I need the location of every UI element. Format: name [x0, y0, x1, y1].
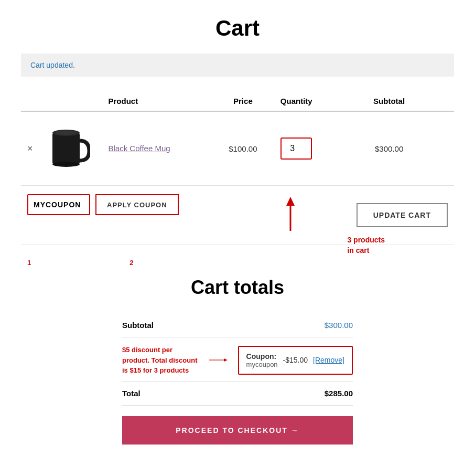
coupon-totals-label: Coupon: [246, 352, 278, 361]
qty-annotation-text: 3 products in cart [347, 235, 385, 256]
total-label: Total [122, 389, 325, 398]
annotation-labels-row: 1 2 [21, 256, 454, 267]
total-row: Total $285.00 [122, 382, 353, 406]
svg-point-3 [56, 131, 77, 135]
qty-annotation-cell [268, 186, 324, 245]
update-cart-button[interactable]: UPDATE CART [357, 203, 448, 227]
col-header-remove [21, 91, 39, 111]
discount-arrow-icon [209, 347, 228, 373]
col-header-product: Product [102, 91, 218, 111]
annotation-label-2: 2 [129, 259, 133, 267]
col-header-price: Price [218, 91, 269, 111]
product-image [46, 122, 93, 175]
svg-point-2 [52, 162, 80, 167]
product-price: $100.00 [229, 144, 257, 153]
table-row: × [21, 111, 454, 186]
total-value: $285.00 [325, 389, 353, 398]
subtotal-label: Subtotal [122, 321, 325, 330]
quantity-input[interactable] [280, 137, 312, 160]
totals-table: Subtotal $300.00 $5 discount per product… [122, 313, 353, 406]
col-header-quantity: Quantity [268, 91, 324, 111]
checkout-button[interactable]: PROCEED TO CHECKOUT → [122, 416, 353, 445]
coupon-discount-value: -$15.00 [283, 356, 308, 364]
cart-table: Product Price Quantity Subtotal × [21, 91, 454, 245]
apply-coupon-button[interactable]: APPLY COUPON [95, 194, 179, 215]
mug-icon [48, 125, 90, 172]
qty-arrow-icon [275, 194, 306, 236]
cart-updated-banner: Cart updated. [21, 54, 454, 77]
coupon-area: APPLY COUPON [27, 194, 262, 215]
svg-marker-7 [224, 358, 228, 362]
annotation-label-1: 1 [27, 259, 31, 267]
svg-rect-0 [52, 133, 80, 164]
coupon-totals-row: $5 discount per product. Total discount … [122, 337, 353, 382]
quantity-container [275, 137, 318, 160]
page-title: Cart [21, 16, 454, 41]
coupon-totals-name: mycoupon [246, 361, 278, 368]
qty-annotation-text-area: 3 products in cart [21, 235, 385, 256]
svg-marker-5 [286, 197, 295, 206]
coupon-input[interactable] [27, 194, 90, 215]
subtotal-row: Subtotal $300.00 [122, 313, 353, 337]
cart-totals-title: Cart totals [191, 277, 284, 299]
cart-totals-section: Cart totals Subtotal $300.00 $5 discount… [21, 277, 454, 445]
col-header-image [39, 91, 102, 111]
discount-annotation-text: $5 discount per product. Total discount … [122, 345, 199, 376]
subtotal-value: $300.00 [325, 321, 353, 330]
product-name-link[interactable]: Black Coffee Mug [109, 144, 170, 153]
coupon-remove-link[interactable]: [Remove] [313, 356, 344, 364]
coupon-totals-box: Coupon: mycoupon -$15.00 [Remove] [238, 346, 353, 375]
cart-updated-text: Cart updated [30, 61, 73, 69]
col-header-subtotal: Subtotal [324, 91, 454, 111]
remove-item-button[interactable]: × [27, 143, 33, 154]
discount-annotation-area: $5 discount per product. Total discount … [122, 345, 353, 376]
product-subtotal: $300.00 [375, 144, 403, 153]
